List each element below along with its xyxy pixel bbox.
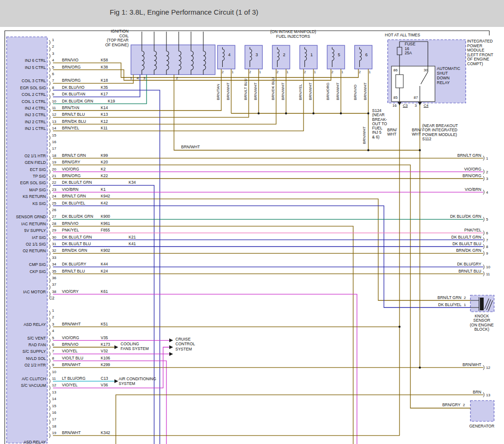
figure-header: Fig 1: 3.8L, Engine Performance Circuit …: [0, 0, 504, 27]
wiring-diagram-page: 1234567891011121314151617181920212223242…: [0, 0, 504, 444]
figure-title: Fig 1: 3.8L, Engine Performance Circuit …: [110, 8, 258, 16]
wiring-svg: [0, 0, 504, 444]
